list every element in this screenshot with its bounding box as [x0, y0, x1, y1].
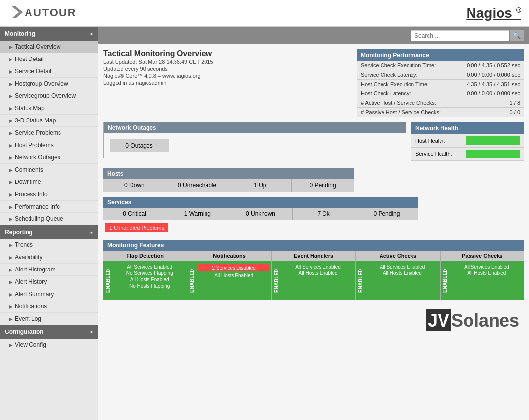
search-input[interactable]: [411, 30, 509, 41]
search-bar: 🔍: [98, 27, 529, 44]
service-cell[interactable]: 0 Critical: [103, 208, 166, 220]
hosts-row: 0 Down0 Unreachable1 Up0 Pending: [103, 179, 354, 192]
features-grid: Flap DetectionENABLEDAll Services Enable…: [103, 251, 524, 300]
service-cell[interactable]: 0 Pending: [355, 208, 418, 220]
feature-col-event-handlers: Event HandlersENABLEDAll Services Enable…: [272, 251, 356, 300]
network-health-area: Network Health Host Health: Service Heal…: [411, 122, 524, 161]
service-cell[interactable]: 7 Ok: [293, 208, 355, 220]
feature-col-header: Passive Checks: [441, 251, 524, 261]
sidebar-section-configuration[interactable]: Configuration▪: [0, 325, 98, 339]
sidebar-item-host-detail[interactable]: ▶Host Detail: [0, 53, 98, 65]
nagios-version: Nagios® Core™ 4.0.8 – www.nagios.org: [103, 73, 352, 79]
feature-line: No Services Flapping: [114, 270, 185, 276]
sidebar-item-view-config[interactable]: ▶View Config: [0, 339, 98, 351]
enabled-label: ENABLED: [272, 261, 281, 300]
sidebar-item-availability[interactable]: ▶Availability: [0, 251, 98, 264]
sidebar-item-status-map[interactable]: ▶Status Map: [0, 102, 98, 115]
sidebar-item-service-problems[interactable]: ▶Service Problems: [0, 127, 98, 139]
monitoring-performance-panel: Monitoring Performance Service Check Exe…: [357, 49, 524, 117]
last-updated: Last Updated: Sat Mar 28 14:36:49 CET 20…: [103, 59, 352, 65]
sidebar-item-event-log[interactable]: ▶Event Log: [0, 313, 98, 325]
sidebar-item-downtime[interactable]: ▶Downtime: [0, 176, 98, 188]
sidebar-item-comments[interactable]: ▶Comments: [0, 164, 98, 176]
autour-logo: AUTOUR: [8, 2, 87, 22]
host-health-row: Host Health:: [411, 134, 524, 148]
service-cell[interactable]: 0 Unknown: [229, 208, 292, 220]
perf-row: # Passive Host / Service Checks:0 / 0: [357, 108, 524, 117]
sidebar-item-notifications[interactable]: ▶Notifications: [0, 300, 98, 313]
top-row: Tactical Monitoring Overview Last Update…: [103, 49, 524, 117]
network-outages-area: Network Outages 0 Outages: [103, 122, 406, 163]
svg-marker-0: [12, 6, 23, 18]
perf-row: # Active Host / Service Checks:1 / 8: [357, 98, 524, 108]
perf-row: Host Check Latency:0.00 / 0.00 / 0.000 s…: [357, 89, 524, 98]
svg-text:AUTOUR: AUTOUR: [25, 6, 77, 19]
feature-col-passive-checks: Passive ChecksENABLEDAll Services Enable…: [441, 251, 524, 300]
feature-line: All Hosts Enabled: [451, 270, 522, 276]
host-cell[interactable]: 0 Pending: [292, 179, 354, 192]
network-outages-box: Network Outages 0 Outages: [103, 122, 406, 158]
feature-line: No Hosts Flapping: [114, 283, 185, 289]
sidebar-item-network-outages[interactable]: ▶Network Outages: [0, 151, 98, 164]
host-cell[interactable]: 0 Down: [103, 179, 166, 192]
jvsolanes-logo: JVSolanes: [103, 305, 524, 336]
outage-count: 0 Outages: [110, 139, 169, 152]
content-area: Tactical Monitoring Overview Last Update…: [98, 44, 529, 341]
sidebar-item-alert-summary[interactable]: ▶Alert Summary: [0, 288, 98, 300]
network-health-box: Network Health Host Health: Service Heal…: [411, 122, 524, 161]
host-health-label: Host Health:: [415, 138, 461, 144]
search-button[interactable]: 🔍: [509, 30, 524, 41]
sidebar-item-process-info[interactable]: ▶Process Info: [0, 188, 98, 201]
unhandled-problems-btn[interactable]: 1 Unhandled Problems: [105, 223, 168, 232]
sidebar-item-tactical-overview[interactable]: ▶Tactical Overview: [0, 41, 98, 53]
host-cell[interactable]: 1 Up: [229, 179, 292, 192]
perf-row: Host Check Execution Time:4.35 / 4.35 / …: [357, 80, 524, 89]
service-health-row: Service Health:: [411, 148, 524, 161]
sidebar-item-alert-history[interactable]: ▶Alert History: [0, 276, 98, 288]
main-content: 🔍 Tactical Monitoring Overview Last Upda…: [98, 27, 529, 420]
perf-row: Service Check Latency:0.00 / 0.00 / 0.00…: [357, 70, 524, 80]
hosts-header: Hosts: [103, 168, 354, 179]
sidebar-item-servicegroup-overview[interactable]: ▶Servicegroup Overview: [0, 90, 98, 102]
sidebar-item-hostgroup-overview[interactable]: ▶Hostgroup Overview: [0, 78, 98, 90]
nagios-logo: Nagios ®: [467, 5, 521, 21]
feature-col-flap-detection: Flap DetectionENABLEDAll Services Enable…: [103, 251, 187, 300]
sidebar-section-reporting[interactable]: Reporting▪: [0, 225, 98, 239]
enabled-label: ENABLED: [356, 261, 365, 300]
page-title: Tactical Monitoring Overview: [103, 49, 352, 58]
sidebar-item-3-d-status-map[interactable]: ▶3-D Status Map: [0, 115, 98, 127]
service-health-label: Service Health:: [415, 151, 461, 157]
feature-col-header: Notifications: [187, 251, 271, 261]
sidebar-section-monitoring[interactable]: Monitoring▪: [0, 27, 98, 41]
nagios-text: Nagios: [467, 5, 512, 21]
logged-in: Logged in as nagiosadmin: [103, 80, 352, 86]
sidebar-item-performance-info[interactable]: ▶Performance Info: [0, 201, 98, 213]
enabled-label: ENABLED: [187, 261, 196, 300]
feature-col-notifications: NotificationsENABLED2 Services DisabledA…: [187, 251, 271, 300]
feature-col-active-checks: Active ChecksENABLEDAll Services Enabled…: [356, 251, 440, 300]
monitoring-features-section: Monitoring Features Flap DetectionENABLE…: [103, 240, 524, 300]
perf-table: Service Check Execution Time:0.00 / 4.35…: [357, 61, 524, 117]
service-cell[interactable]: 1 Warning: [166, 208, 229, 220]
sidebar-item-scheduling-queue[interactable]: ▶Scheduling Queue: [0, 213, 98, 225]
feature-line: All Hosts Enabled: [114, 277, 185, 282]
feature-col-header: Flap Detection: [103, 251, 187, 261]
feature-line: All Services Enabled: [114, 264, 185, 270]
sidebar-item-service-detail[interactable]: ▶Service Detail: [0, 65, 98, 78]
network-health-header: Network Health: [411, 122, 524, 134]
feature-col-header: Event Handlers: [272, 251, 355, 261]
disabled-item: 2 Services Disabled: [198, 264, 269, 271]
sidebar-item-trends[interactable]: ▶Trends: [0, 239, 98, 251]
enabled-label: ENABLED: [103, 261, 112, 300]
logo-area: AUTOUR: [8, 2, 87, 24]
middle-row: Network Outages 0 Outages Network Health…: [103, 122, 524, 163]
sidebar-item-alert-histogram[interactable]: ▶Alert Histogram: [0, 264, 98, 276]
sidebar-item-host-problems[interactable]: ▶Host Problems: [0, 139, 98, 151]
network-outages-header: Network Outages: [104, 122, 406, 133]
services-header: Services: [103, 197, 418, 208]
feature-line: All Services Enabled: [283, 264, 353, 270]
features-header: Monitoring Features: [103, 240, 524, 251]
enabled-label: ENABLED: [441, 261, 449, 300]
feature-line: All Services Enabled: [451, 264, 522, 270]
host-cell[interactable]: 0 Unreachable: [166, 179, 229, 192]
